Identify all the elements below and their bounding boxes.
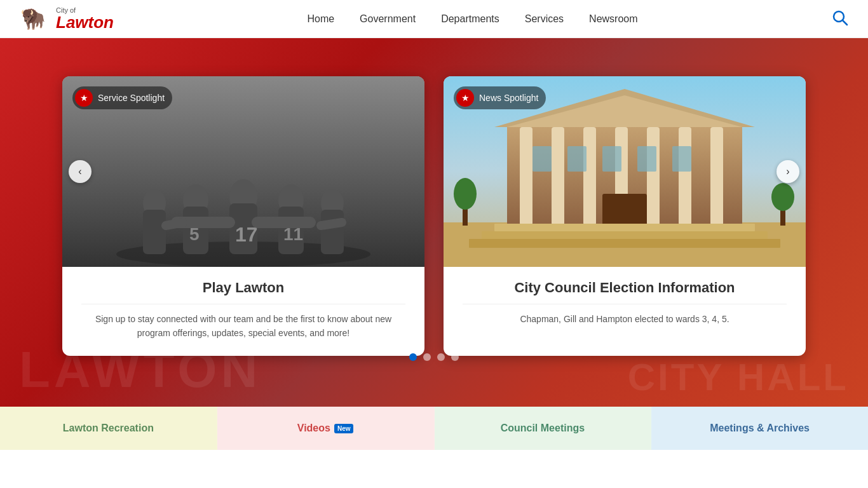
svg-rect-38 bbox=[672, 146, 691, 172]
svg-rect-42 bbox=[469, 239, 780, 248]
tile-recreation-label: Lawton Recreation bbox=[63, 423, 154, 434]
svg-point-46 bbox=[771, 183, 794, 211]
search-button[interactable] bbox=[831, 9, 849, 29]
svg-rect-41 bbox=[482, 231, 768, 239]
dot-1[interactable] bbox=[409, 353, 417, 361]
sports-card-image: 17 5 11 bbox=[62, 76, 424, 267]
hero-bg-text-right: CITY HALL bbox=[628, 355, 849, 399]
nav-government[interactable]: Government bbox=[360, 13, 416, 25]
svg-text:🦬: 🦬 bbox=[20, 6, 46, 30]
logo-text: City of Lawton bbox=[56, 7, 114, 30]
news-card-description: Chapman, Gill and Hampton elected to war… bbox=[463, 312, 787, 326]
news-star-icon: ★ bbox=[456, 89, 474, 107]
search-icon bbox=[831, 9, 849, 27]
news-spotlight-badge: ★ News Spotlight bbox=[454, 86, 546, 109]
hero-section: LAWTON CITY HALL bbox=[0, 38, 868, 450]
nav-home[interactable]: Home bbox=[307, 13, 334, 25]
dot-2[interactable] bbox=[423, 353, 431, 361]
svg-line-20 bbox=[166, 222, 183, 226]
svg-rect-33 bbox=[710, 127, 723, 226]
svg-rect-15 bbox=[143, 210, 166, 254]
tile-council-label: Council Meetings bbox=[501, 423, 585, 434]
cards-container: 17 5 11 bbox=[0, 76, 868, 356]
dot-3[interactable] bbox=[437, 353, 445, 361]
svg-rect-28 bbox=[552, 127, 564, 226]
tile-recreation[interactable]: Lawton Recreation bbox=[0, 407, 217, 450]
service-card-title: Play Lawton bbox=[81, 280, 405, 304]
svg-rect-36 bbox=[602, 146, 621, 172]
service-card-content: Play Lawton Sign up to stay connected wi… bbox=[62, 267, 424, 356]
svg-rect-40 bbox=[494, 224, 755, 231]
footer-tiles: Lawton Recreation Videos New Council Mee… bbox=[0, 407, 868, 450]
svg-rect-31 bbox=[647, 127, 660, 226]
svg-rect-37 bbox=[637, 146, 656, 172]
tile-meetings-archives[interactable]: Meetings & Archives bbox=[651, 407, 868, 450]
svg-rect-35 bbox=[567, 146, 587, 172]
svg-rect-32 bbox=[679, 127, 691, 226]
site-header: 🦬 City of Lawton Home Government Departm… bbox=[0, 0, 868, 38]
news-badge-label: News Spotlight bbox=[479, 93, 538, 103]
tile-videos[interactable]: Videos New bbox=[217, 407, 435, 450]
svg-rect-17 bbox=[321, 210, 344, 254]
star-icon: ★ bbox=[75, 89, 93, 107]
svg-rect-34 bbox=[532, 146, 552, 172]
buffalo-logo-icon: 🦬 bbox=[19, 6, 51, 32]
svg-rect-29 bbox=[583, 127, 596, 226]
service-spotlight-badge: ★ Service Spotlight bbox=[72, 86, 172, 109]
svg-line-21 bbox=[321, 222, 342, 226]
tile-council-meetings[interactable]: Council Meetings bbox=[435, 407, 652, 450]
main-nav: Home Government Departments Services New… bbox=[307, 13, 637, 25]
svg-line-2 bbox=[843, 20, 847, 25]
svg-rect-27 bbox=[520, 127, 532, 226]
courthouse-card-image: ★ News Spotlight › bbox=[444, 76, 806, 267]
dot-4[interactable] bbox=[451, 353, 459, 361]
nav-services[interactable]: Services bbox=[525, 13, 564, 25]
card2-next-arrow[interactable]: › bbox=[776, 160, 799, 183]
service-badge-label: Service Spotlight bbox=[98, 93, 165, 103]
news-spotlight-card[interactable]: ★ News Spotlight › City Council Election… bbox=[444, 76, 806, 356]
tile-videos-label: Videos bbox=[297, 423, 330, 434]
card1-prev-arrow[interactable]: ‹ bbox=[69, 160, 92, 183]
news-card-title: City Council Election Information bbox=[463, 280, 787, 304]
service-card-description: Sign up to stay connected with our team … bbox=[81, 312, 405, 341]
tile-archives-label: Meetings & Archives bbox=[710, 423, 810, 434]
nav-departments[interactable]: Departments bbox=[441, 13, 499, 25]
service-spotlight-card[interactable]: 17 5 11 bbox=[62, 76, 424, 356]
news-card-content: City Council Election Information Chapma… bbox=[444, 267, 806, 341]
carousel-dots bbox=[409, 353, 459, 361]
logo-city-name: Lawton bbox=[56, 14, 114, 30]
svg-point-44 bbox=[454, 178, 477, 210]
new-badge: New bbox=[334, 424, 354, 433]
nav-newsroom[interactable]: Newsroom bbox=[589, 13, 637, 25]
svg-rect-39 bbox=[602, 194, 647, 229]
logo[interactable]: 🦬 City of Lawton bbox=[19, 6, 114, 32]
